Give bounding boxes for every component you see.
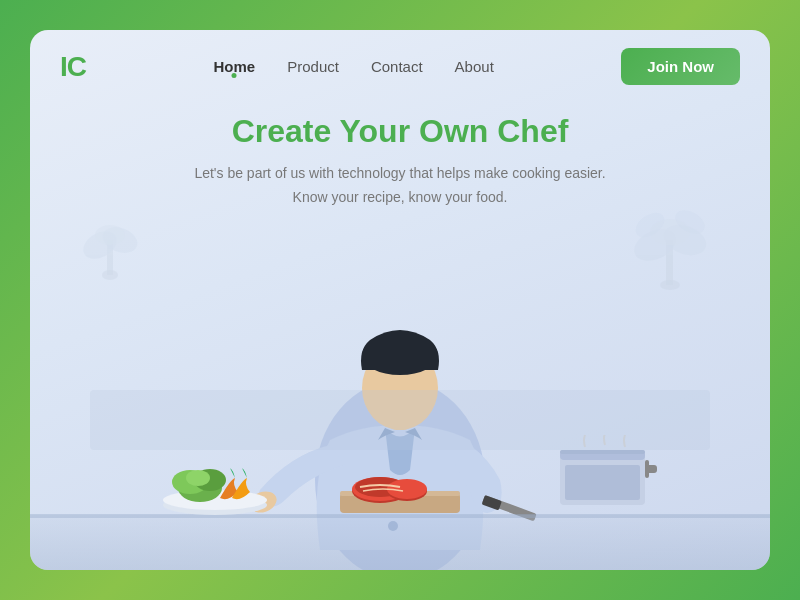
veggie-plate-icon — [160, 450, 270, 515]
svg-rect-38 — [645, 460, 649, 478]
navbar: IC Home Product Contact About Join Now — [30, 30, 770, 103]
hero-subtitle: Let's be part of us with technology that… — [50, 162, 750, 210]
svg-rect-39 — [560, 450, 645, 454]
nav-product[interactable]: Product — [287, 58, 339, 75]
svg-point-27 — [186, 470, 210, 486]
cutting-board-icon — [335, 463, 465, 518]
svg-rect-40 — [565, 465, 640, 500]
hero-section: Create Your Own Chef Let's be part of us… — [30, 103, 770, 210]
nav-contact[interactable]: Contact — [371, 58, 423, 75]
counter-top — [30, 515, 770, 570]
cooking-pan-icon — [555, 435, 660, 515]
join-now-button[interactable]: Join Now — [621, 48, 740, 85]
main-card: IC Home Product Contact About Join Now C… — [30, 30, 770, 570]
logo: IC — [60, 51, 86, 83]
nav-about[interactable]: About — [455, 58, 494, 75]
nav-links: Home Product Contact About — [214, 58, 494, 75]
hero-title: Create Your Own Chef — [50, 113, 750, 150]
nav-home[interactable]: Home — [214, 58, 256, 75]
